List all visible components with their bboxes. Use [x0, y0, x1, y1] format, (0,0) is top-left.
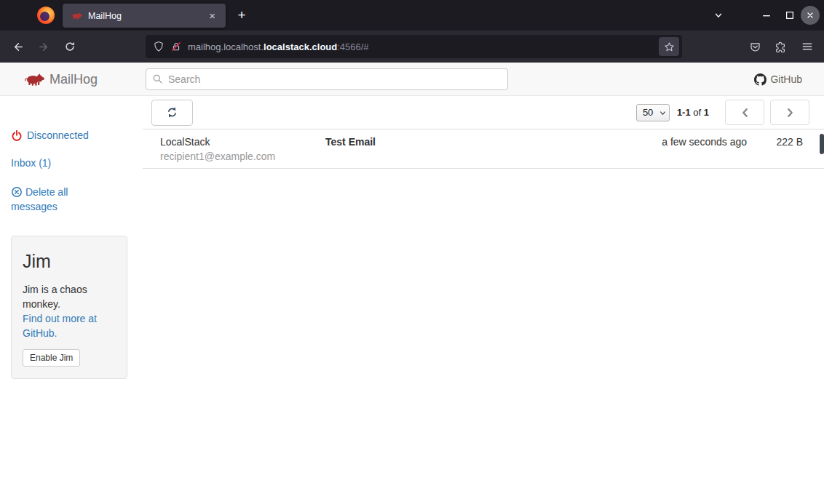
search-box — [146, 68, 508, 90]
jim-description: Jim is a chaos monkey. — [23, 282, 116, 311]
prev-page-button[interactable] — [725, 100, 764, 125]
insecure-lock-icon[interactable] — [170, 41, 182, 52]
hamburger-menu-icon[interactable] — [796, 36, 818, 57]
enable-jim-button[interactable]: Enable Jim — [23, 349, 80, 367]
jim-github-link[interactable]: Find out more at GitHub. — [23, 311, 116, 340]
connection-status[interactable]: Disconnected — [11, 129, 143, 141]
firefox-window: MailHog × + — [0, 0, 824, 504]
sidebar-item-delete-all[interactable]: Delete all messages — [11, 185, 143, 214]
address-bar[interactable]: mailhog.localhost.localstack.cloud:4566/… — [146, 35, 682, 58]
message-sender: LocalStack — [160, 135, 325, 149]
connection-status-label: Disconnected — [27, 129, 89, 141]
tab-title: MailHog — [88, 11, 206, 21]
github-label: GitHub — [770, 73, 802, 85]
page-body: Disconnected Inbox (1) Delete all messag… — [0, 96, 824, 504]
message-received-time: a few seconds ago — [630, 135, 747, 164]
page-size-control: 50 — [636, 104, 670, 121]
delete-circle-icon — [11, 186, 23, 198]
github-icon — [754, 73, 766, 86]
refresh-button[interactable] — [151, 100, 193, 126]
list-all-tabs-icon[interactable] — [709, 6, 728, 25]
forward-button[interactable] — [33, 36, 55, 57]
browser-nav-toolbar: mailhog.localhost.localstack.cloud:4566/… — [0, 31, 824, 63]
tab-close-icon[interactable]: × — [206, 9, 218, 23]
mailhog-logo-icon — [25, 73, 44, 86]
pagination-range: 1-1 of 1 — [677, 107, 709, 118]
search-input[interactable] — [146, 68, 508, 90]
list-toolbar: 50 1-1 of 1 — [143, 96, 824, 129]
back-button[interactable] — [7, 36, 28, 57]
mailhog-brand[interactable]: MailHog — [25, 63, 98, 96]
app-header: MailHog GitHub — [0, 63, 824, 96]
window-minimize-button[interactable] — [757, 6, 776, 25]
page-size-select[interactable]: 50 — [636, 104, 670, 121]
url-text: mailhog.localhost.localstack.cloud:4566/… — [188, 41, 659, 52]
chevron-right-icon — [786, 108, 794, 118]
refresh-icon — [166, 106, 178, 119]
message-list-area: 50 1-1 of 1 — [143, 96, 824, 504]
window-close-button[interactable] — [801, 6, 820, 25]
sidebar-item-inbox[interactable]: Inbox (1) — [11, 157, 143, 169]
firefox-icon[interactable] — [37, 7, 55, 24]
message-recipient: recipient1@example.com — [160, 149, 325, 164]
next-page-button[interactable] — [770, 100, 809, 125]
message-size: 222 B — [747, 135, 803, 164]
github-link[interactable]: GitHub — [754, 63, 802, 96]
sidebar: Disconnected Inbox (1) Delete all messag… — [0, 96, 143, 504]
search-icon — [152, 73, 163, 84]
message-from-column: LocalStack recipient1@example.com — [160, 135, 325, 164]
window-maximize-button[interactable] — [780, 6, 799, 25]
extensions-puzzle-icon[interactable] — [770, 36, 792, 57]
chevron-left-icon — [741, 108, 749, 118]
browser-tab-bar: MailHog × + — [0, 0, 824, 31]
mailhog-pig-icon — [71, 12, 82, 20]
reload-button[interactable] — [59, 36, 81, 57]
power-icon — [11, 129, 23, 141]
tracking-shield-icon[interactable] — [153, 41, 165, 52]
new-tab-button[interactable]: + — [231, 5, 252, 25]
inbox-label: Inbox (1) — [11, 157, 51, 169]
jim-panel: Jim Jim is a chaos monkey. Find out more… — [11, 236, 127, 379]
jim-title: Jim — [23, 251, 116, 272]
browser-tab-mailhog[interactable]: MailHog × — [63, 4, 226, 28]
scrollbar-thumb[interactable] — [820, 134, 824, 154]
message-row[interactable]: LocalStack recipient1@example.com Test E… — [143, 129, 824, 169]
pocket-icon[interactable] — [744, 36, 766, 57]
message-subject: Test Email — [325, 135, 630, 164]
bookmark-star-icon[interactable] — [659, 37, 679, 56]
brand-title: MailHog — [49, 72, 98, 87]
